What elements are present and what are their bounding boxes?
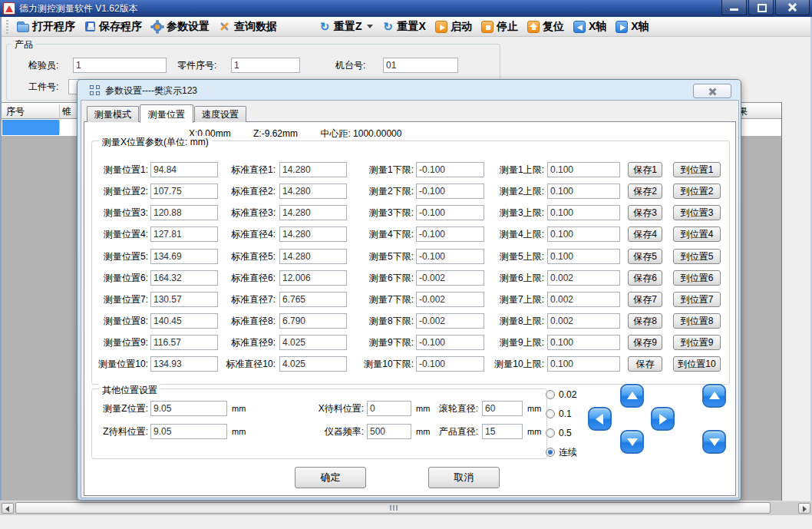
goto-position-button[interactable]: 到位置6 xyxy=(673,270,721,286)
z-wait-input[interactable] xyxy=(150,424,227,439)
z-down-button[interactable] xyxy=(702,430,726,454)
x-wait-input[interactable] xyxy=(367,401,411,416)
save-button[interactable]: 保存1 xyxy=(628,162,662,177)
pos-input[interactable] xyxy=(150,226,218,242)
low-limit-input[interactable] xyxy=(416,249,484,264)
low-limit-input[interactable] xyxy=(416,226,484,242)
up-limit-input[interactable] xyxy=(547,226,620,242)
product-dia-input[interactable] xyxy=(482,424,523,439)
dia-input[interactable] xyxy=(279,162,347,177)
low-limit-input[interactable] xyxy=(416,313,484,329)
low-limit-input[interactable] xyxy=(416,335,484,350)
up-limit-input[interactable] xyxy=(547,356,620,372)
selected-cell[interactable] xyxy=(2,120,59,135)
radio-icon[interactable] xyxy=(546,390,555,399)
pos-input[interactable] xyxy=(150,356,218,372)
save-button[interactable]: 保存6 xyxy=(628,270,662,286)
instrument-freq-input[interactable] xyxy=(367,424,411,439)
jog-left-button[interactable] xyxy=(588,407,612,431)
low-limit-input[interactable] xyxy=(416,356,484,372)
dia-input[interactable] xyxy=(279,356,347,372)
cancel-button[interactable]: 取消 xyxy=(428,467,500,488)
jog-up-button[interactable] xyxy=(620,384,644,408)
low-limit-input[interactable] xyxy=(416,270,484,286)
save-button[interactable]: 保存3 xyxy=(628,205,662,220)
measure-z-input[interactable] xyxy=(150,401,227,416)
scroll-right-icon[interactable] xyxy=(798,503,810,514)
scroll-left-icon[interactable] xyxy=(2,503,14,514)
step-option-01[interactable]: 0.1 xyxy=(546,408,572,419)
dia-input[interactable] xyxy=(279,249,347,264)
x-axis-right-button[interactable]: X轴 xyxy=(611,19,653,35)
low-limit-input[interactable] xyxy=(416,162,484,177)
x-axis-left-button[interactable]: X轴 xyxy=(569,19,611,35)
reset-x-button[interactable]: 重置X xyxy=(378,19,431,35)
pos-input[interactable] xyxy=(150,249,218,264)
save-button[interactable]: 保存5 xyxy=(628,249,662,264)
radio-icon[interactable] xyxy=(546,409,555,418)
save-button[interactable]: 保存 xyxy=(628,356,662,372)
goto-position-button[interactable]: 到位置3 xyxy=(673,205,721,220)
goto-position-button[interactable]: 到位置1 xyxy=(673,162,721,177)
low-limit-input[interactable] xyxy=(416,183,484,199)
goto-position-button[interactable]: 到位置8 xyxy=(673,313,721,329)
ok-button[interactable]: 确定 xyxy=(295,467,366,488)
save-program-button[interactable]: 保存程序 xyxy=(80,19,147,35)
dia-input[interactable] xyxy=(279,270,347,286)
step-option-continuous[interactable]: 连续 xyxy=(546,447,577,458)
dia-input[interactable] xyxy=(279,205,347,220)
dia-input[interactable] xyxy=(279,183,347,199)
goto-position-button[interactable]: 到位置10 xyxy=(673,356,721,372)
up-limit-input[interactable] xyxy=(547,313,620,329)
stop-button[interactable]: 停止 xyxy=(477,19,523,35)
tab-measure-position[interactable]: 测量位置 xyxy=(140,104,193,123)
goto-position-button[interactable]: 到位置5 xyxy=(673,249,721,264)
z-up-button[interactable] xyxy=(702,384,726,408)
maximize-button[interactable] xyxy=(748,0,774,15)
open-program-button[interactable]: 打开程序 xyxy=(12,19,80,35)
save-button[interactable]: 保存7 xyxy=(628,292,662,307)
close-button[interactable] xyxy=(775,0,810,15)
jog-down-button[interactable] xyxy=(620,430,644,454)
column-header-seq[interactable]: 序号 xyxy=(6,105,25,118)
inspector-input[interactable] xyxy=(73,58,167,73)
up-limit-input[interactable] xyxy=(547,292,620,307)
part-no-input[interactable] xyxy=(231,58,300,73)
dia-input[interactable] xyxy=(279,226,347,242)
up-limit-input[interactable] xyxy=(547,205,620,220)
goto-position-button[interactable]: 到位置7 xyxy=(673,292,721,307)
tab-speed-settings[interactable]: 速度设置 xyxy=(194,106,246,122)
step-option-002[interactable]: 0.02 xyxy=(546,389,576,400)
pos-input[interactable] xyxy=(150,270,218,286)
query-data-button[interactable]: 查询数据 xyxy=(214,19,282,35)
dia-input[interactable] xyxy=(279,335,347,350)
up-limit-input[interactable] xyxy=(547,270,620,286)
dia-input[interactable] xyxy=(279,313,347,329)
jog-right-button[interactable] xyxy=(651,407,675,431)
reset-z-button[interactable]: 重置Z xyxy=(314,19,378,35)
up-limit-input[interactable] xyxy=(547,183,620,199)
dia-input[interactable] xyxy=(279,292,347,307)
radio-selected-icon[interactable] xyxy=(546,448,555,457)
goto-position-button[interactable]: 到位置4 xyxy=(673,226,721,242)
low-limit-input[interactable] xyxy=(416,292,484,307)
pos-input[interactable] xyxy=(150,313,218,329)
pos-input[interactable] xyxy=(150,292,218,307)
radio-icon[interactable] xyxy=(546,428,555,438)
column-header-taper[interactable]: 锥 xyxy=(62,105,71,118)
scrollbar-thumb[interactable] xyxy=(15,502,771,514)
home-button[interactable]: 复位 xyxy=(523,19,569,35)
chevron-down-icon[interactable] xyxy=(367,25,373,28)
save-button[interactable]: 保存9 xyxy=(628,335,662,350)
up-limit-input[interactable] xyxy=(547,162,620,177)
up-limit-input[interactable] xyxy=(547,335,620,350)
save-button[interactable]: 保存8 xyxy=(628,313,662,329)
roller-dia-input[interactable] xyxy=(482,401,523,416)
start-button[interactable]: 启动 xyxy=(431,19,477,35)
parameter-settings-button[interactable]: 参数设置 xyxy=(147,19,214,35)
pos-input[interactable] xyxy=(150,335,218,350)
pos-input[interactable] xyxy=(150,205,218,220)
minimize-button[interactable] xyxy=(721,0,747,15)
goto-position-button[interactable]: 到位置9 xyxy=(673,335,721,350)
machine-no-input[interactable] xyxy=(383,58,458,73)
